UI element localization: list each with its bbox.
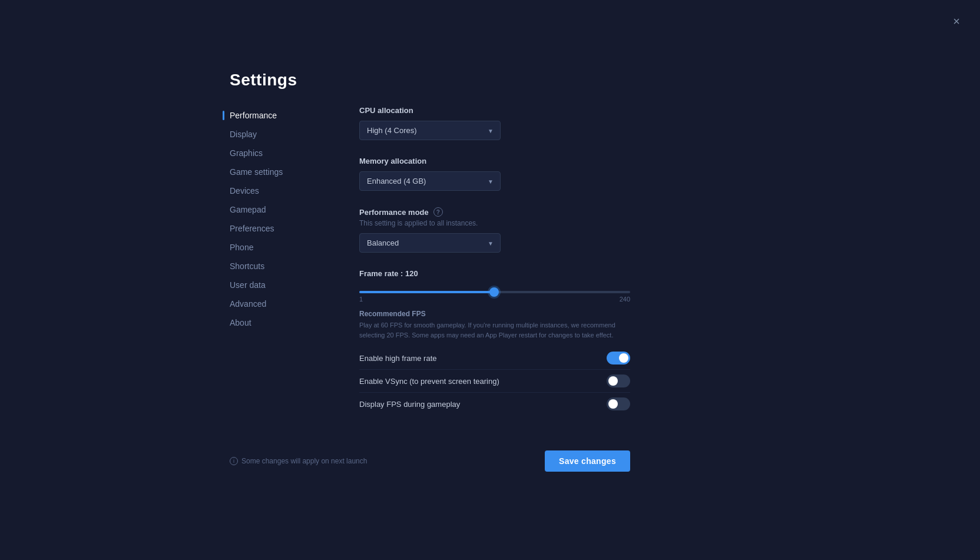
footer-note-text: Some changes will apply on next launch	[241, 457, 367, 465]
toggle-label-vsync: Enable VSync (to prevent screen tearing)	[359, 377, 499, 386]
cpu-allocation-select[interactable]: High (4 Cores) Low (1 Core) Medium (2 Co…	[359, 121, 501, 140]
footer: i Some changes will apply on next launch…	[230, 450, 630, 472]
sidebar-item-preferences[interactable]: Preferences	[230, 219, 324, 238]
main-content: CPU allocation High (4 Cores) Low (1 Cor…	[324, 106, 677, 415]
sidebar-item-graphics[interactable]: Graphics	[230, 144, 324, 163]
performance-mode-label: Performance mode ?	[359, 207, 677, 217]
performance-mode-section: Performance mode ? This setting is appli…	[359, 207, 677, 253]
sidebar-item-user-data[interactable]: User data	[230, 276, 324, 294]
slider-min-label: 1	[359, 296, 363, 303]
sidebar-item-performance[interactable]: Performance	[230, 106, 324, 125]
toggle-label-display-fps: Display FPS during gameplay	[359, 400, 460, 409]
frame-rate-slider-container: 1 240	[359, 285, 630, 303]
toggle-high-frame-rate[interactable]	[607, 352, 630, 365]
sidebar-item-shortcuts[interactable]: Shortcuts	[230, 257, 324, 276]
sidebar-item-advanced[interactable]: Advanced	[230, 294, 324, 313]
toggle-row-display-fps: Display FPS during gameplay	[359, 393, 630, 415]
toggle-knob-high-frame-rate	[619, 353, 628, 363]
sidebar-item-gamepad[interactable]: Gamepad	[230, 200, 324, 219]
memory-allocation-select-wrapper: Enhanced (4 GB) Standard (2 GB) High (6 …	[359, 171, 501, 191]
performance-mode-help-icon[interactable]: ?	[433, 207, 443, 217]
close-icon: ×	[953, 15, 960, 28]
close-button[interactable]: ×	[947, 12, 966, 31]
sidebar-item-about[interactable]: About	[230, 313, 324, 332]
toggle-label-high-frame-rate: Enable high frame rate	[359, 354, 437, 363]
memory-allocation-section: Memory allocation Enhanced (4 GB) Standa…	[359, 157, 677, 191]
performance-mode-sublabel: This setting is applied to all instances…	[359, 219, 677, 227]
fps-recommended-text: Play at 60 FPS for smooth gameplay. If y…	[359, 320, 630, 340]
fps-recommended-title: Recommended FPS	[359, 310, 677, 318]
toggle-knob-vsync	[608, 376, 618, 386]
save-changes-button[interactable]: Save changes	[545, 450, 630, 472]
sidebar-item-game-settings[interactable]: Game settings	[230, 163, 324, 181]
toggle-list: Enable high frame rate Enable VSync (to …	[359, 347, 677, 415]
performance-mode-select-wrapper: Balanced Power Saving High Performance	[359, 233, 501, 253]
toggle-knob-display-fps	[608, 399, 618, 409]
sidebar-item-devices[interactable]: Devices	[230, 181, 324, 200]
toggle-vsync[interactable]	[607, 375, 630, 387]
footer-note: i Some changes will apply on next launch	[230, 457, 367, 465]
memory-allocation-label: Memory allocation	[359, 157, 677, 165]
sidebar-item-display[interactable]: Display	[230, 125, 324, 144]
slider-max-label: 240	[620, 296, 630, 303]
toggle-row-vsync: Enable VSync (to prevent screen tearing)	[359, 370, 630, 393]
cpu-allocation-label: CPU allocation	[359, 106, 677, 115]
footer-info-icon: i	[230, 457, 238, 465]
fps-info: Recommended FPS Play at 60 FPS for smoot…	[359, 310, 677, 340]
cpu-allocation-select-wrapper: High (4 Cores) Low (1 Core) Medium (2 Co…	[359, 121, 501, 140]
cpu-allocation-section: CPU allocation High (4 Cores) Low (1 Cor…	[359, 106, 677, 140]
toggle-display-fps[interactable]	[607, 397, 630, 410]
toggle-row-high-frame-rate: Enable high frame rate	[359, 347, 630, 370]
frame-rate-label: Frame rate : 120	[359, 269, 677, 278]
memory-allocation-select[interactable]: Enhanced (4 GB) Standard (2 GB) High (6 …	[359, 171, 501, 191]
performance-mode-select[interactable]: Balanced Power Saving High Performance	[359, 233, 501, 253]
sidebar-item-phone[interactable]: Phone	[230, 238, 324, 257]
frame-rate-section: Frame rate : 120 1 240 Recommended FPS P…	[359, 269, 677, 340]
sidebar: Performance Display Graphics Game settin…	[230, 106, 324, 415]
frame-rate-slider[interactable]	[359, 291, 630, 293]
